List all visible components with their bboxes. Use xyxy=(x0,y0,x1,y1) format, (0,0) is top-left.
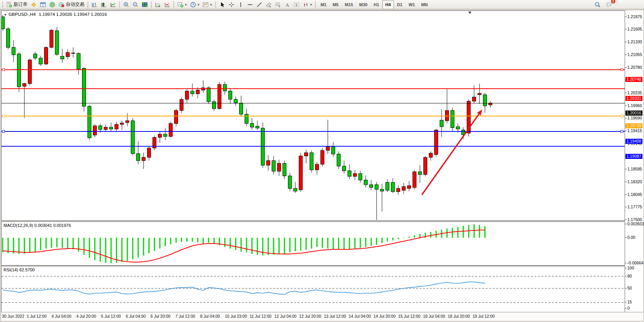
candle xyxy=(353,170,357,180)
trendline-button[interactable] xyxy=(255,0,264,9)
text-label-button[interactable]: T xyxy=(292,0,301,9)
line-handle[interactable] xyxy=(2,115,5,117)
line-handle[interactable] xyxy=(2,130,5,133)
new-order-button[interactable]: 新订单 xyxy=(5,0,29,9)
crosshair-button[interactable] xyxy=(227,0,236,9)
time-axis[interactable]: 30 Jun 20221 Jul 12:004 Jul 04:004 Jul 2… xyxy=(1,312,643,321)
autotrade-button[interactable]: 自动交易 xyxy=(57,0,86,9)
chart-shift-marker-icon[interactable] xyxy=(468,12,471,14)
candle xyxy=(451,108,454,131)
dropdown-arrow-icon[interactable]: ▾ xyxy=(310,3,312,7)
market-watch-icon xyxy=(40,2,46,8)
chart-symbol-timeframe: GBPUSD-,H4 xyxy=(9,12,36,17)
candle xyxy=(413,170,416,189)
fibonacci-button[interactable]: F xyxy=(273,0,283,9)
candle xyxy=(245,109,248,126)
axis-tick xyxy=(625,93,627,93)
tf-h4[interactable]: H4 xyxy=(382,0,394,9)
chart-profile-button[interactable] xyxy=(29,0,38,9)
indicators-button[interactable]: ▾ xyxy=(176,0,188,9)
candle xyxy=(50,29,53,48)
periods-button[interactable]: ▾ xyxy=(188,0,201,9)
axis-tick xyxy=(625,220,627,220)
tf-m1[interactable]: M1 xyxy=(317,0,329,9)
symbol-dropdown-icon[interactable]: ▼ xyxy=(4,13,7,17)
notifications-button[interactable]: 1 xyxy=(605,0,614,9)
vertical-line-button[interactable] xyxy=(236,0,245,9)
ohlc-low: 1.19947 xyxy=(74,12,90,17)
equidistant-channel-button[interactable]: E xyxy=(264,0,273,9)
text-button[interactable]: A xyxy=(283,0,292,9)
candle xyxy=(153,136,156,150)
auto-scroll-button[interactable] xyxy=(153,0,163,9)
line-handle[interactable] xyxy=(621,115,623,117)
time-tick-label: 30 Jun 2022 xyxy=(2,314,24,319)
search-button[interactable] xyxy=(593,0,602,9)
svg-text:F: F xyxy=(279,5,280,8)
line-handle[interactable] xyxy=(621,130,623,133)
tf-d1[interactable]: D1 xyxy=(394,0,406,9)
candlestick-chart xyxy=(2,11,625,220)
zoom-in-button[interactable] xyxy=(122,0,131,9)
main-chart-pane[interactable]: ▼GBPUSD-,H41.19974 1.20035 1.19947 1.200… xyxy=(1,10,625,221)
axis-tick xyxy=(625,302,627,302)
candlestick-button[interactable] xyxy=(99,0,108,9)
candle xyxy=(402,183,406,194)
arrows-button[interactable]: ▾ xyxy=(301,0,314,9)
candle xyxy=(2,15,5,31)
rsi-name: RSI(14) xyxy=(3,267,18,272)
vline-icon xyxy=(238,2,244,8)
toolbar-grip xyxy=(87,1,89,8)
dropdown-arrow-icon[interactable]: ▾ xyxy=(198,3,200,7)
tf-m30[interactable]: M30 xyxy=(356,0,370,9)
candle xyxy=(343,160,346,174)
navigator-button[interactable] xyxy=(48,0,57,9)
zoom-out-button[interactable] xyxy=(131,0,140,9)
line-chart-button[interactable] xyxy=(108,0,118,9)
dropdown-arrow-icon[interactable]: ▾ xyxy=(210,3,212,7)
tf-w1[interactable]: W1 xyxy=(406,0,418,9)
rsi-chart xyxy=(2,266,625,312)
tf-h1[interactable]: H1 xyxy=(371,0,382,9)
svg-text:T: T xyxy=(295,3,298,7)
toolbar: 新订单自动交易▾▾▾EFAT▾M1M5M15M30H1H4D1W1MN1 xyxy=(0,0,644,9)
template-icon xyxy=(202,2,209,8)
tf-m5[interactable]: M5 xyxy=(329,0,341,9)
axis-tick xyxy=(625,268,627,268)
time-tick-label: 11 Jul 12:00 xyxy=(250,314,271,319)
candlestick-icon xyxy=(101,2,107,8)
tf-mn[interactable]: MN xyxy=(418,0,431,9)
candle xyxy=(23,83,26,118)
tf-m5-label: M5 xyxy=(331,2,340,8)
dropdown-arrow-icon[interactable]: ▾ xyxy=(185,3,187,7)
axis-tick xyxy=(625,118,627,118)
axis-tick xyxy=(625,308,627,308)
candle xyxy=(348,164,351,179)
line-handle[interactable] xyxy=(2,68,5,71)
toolbar-grip xyxy=(315,1,316,8)
templates-button[interactable]: ▾ xyxy=(201,0,214,9)
price-line-badge: 1.19739 xyxy=(625,123,642,128)
line-handle[interactable] xyxy=(621,68,623,71)
price-axis[interactable]: 1.218751.216051.213301.210551.207801.205… xyxy=(625,10,643,312)
candle xyxy=(82,67,86,111)
channel-icon: E xyxy=(265,2,272,8)
candle xyxy=(256,121,259,130)
chart-shift-button[interactable] xyxy=(163,0,172,9)
horizontal-line-button[interactable] xyxy=(245,0,255,9)
macd-pane[interactable]: MACD(12,26,9) 0.003041 0.001976 xyxy=(1,221,625,266)
candle xyxy=(218,82,221,110)
axis-tick xyxy=(625,131,627,131)
candle xyxy=(17,52,21,92)
rsi-tick-label: 100 xyxy=(627,266,634,270)
cursor-button[interactable] xyxy=(218,0,227,9)
candle xyxy=(408,181,411,191)
bar-chart-button[interactable] xyxy=(90,0,99,9)
time-tick-label: 4 Jul 04:00 xyxy=(51,314,71,319)
tile-windows-button[interactable] xyxy=(140,0,149,9)
navigator-icon xyxy=(49,2,55,8)
time-tick-label: 6 Jul 04:00 xyxy=(126,314,146,319)
tf-m15[interactable]: M15 xyxy=(342,0,356,9)
rsi-pane[interactable]: RSI(14) 62.5700 xyxy=(1,266,625,312)
market-watch-button[interactable] xyxy=(38,0,48,9)
